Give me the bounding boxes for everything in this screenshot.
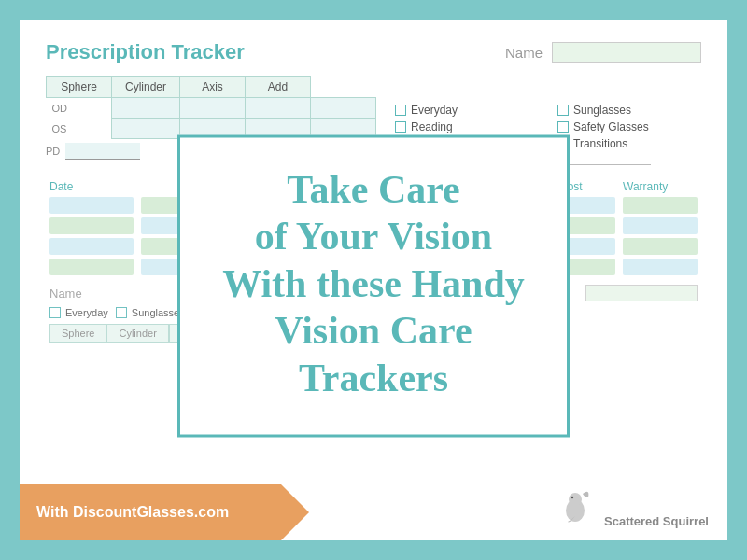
outer-frame: Prescription Tracker Name Sphere Cylinde… (0, 0, 747, 560)
bottom-lens-everyday[interactable]: Everyday (49, 307, 108, 318)
overlay-line3: With these Handy (222, 261, 525, 304)
warranty-cell-2[interactable] (623, 217, 698, 234)
name-label: Name (505, 45, 543, 61)
checkbox-safety-glasses[interactable] (557, 121, 569, 133)
date-cell-3[interactable] (49, 238, 134, 255)
extra-line (557, 161, 651, 165)
bottom-checkbox-everyday[interactable] (49, 307, 61, 318)
od-label: OD (47, 98, 112, 119)
warranty-cell-3[interactable] (623, 238, 698, 255)
overlay-line1: Take Care (287, 168, 460, 211)
bottom-name-input[interactable] (585, 285, 698, 301)
lens-safety-glasses[interactable]: Safety Glasses (557, 120, 701, 133)
od-cylinder[interactable] (180, 98, 246, 119)
overlay-card: Take Care of Your Vision With these Hand… (177, 135, 570, 438)
header-warranty: Warranty (623, 180, 698, 193)
lens-sunglasses-label: Sunglasses (573, 104, 631, 117)
lens-transitions[interactable]: Transitions (557, 137, 701, 150)
lens-safety-glasses-label: Safety Glasses (573, 120, 649, 133)
bottom-everyday-label: Everyday (65, 307, 108, 318)
prescription-table: Sphere Cylinder Axis Add OD (46, 76, 376, 139)
checkbox-everyday[interactable] (395, 105, 406, 116)
tracker-title: Prescription Tracker (46, 40, 245, 64)
warranty-cell-1[interactable] (623, 197, 698, 214)
col-cylinder: Cylinder (112, 77, 180, 98)
col-add: Add (246, 77, 311, 98)
lens-everyday[interactable]: Everyday (395, 104, 539, 117)
svg-point-2 (571, 497, 573, 498)
date-cell-2[interactable] (49, 217, 134, 234)
od-sphere[interactable] (112, 98, 180, 119)
od-add[interactable] (311, 98, 376, 119)
table-row: OD (47, 98, 376, 119)
lens-reading[interactable]: Reading (395, 120, 539, 133)
col-sphere: Sphere (47, 77, 112, 98)
svg-point-1 (569, 493, 582, 506)
lens-sunglasses[interactable]: Sunglasses (557, 104, 701, 117)
date-cell-4[interactable] (49, 259, 134, 275)
squirrel-logo: Scattered Squirrel (555, 484, 709, 533)
banner-text: With DiscountGlasses.com (36, 504, 229, 521)
pd-label: PD (46, 146, 60, 157)
date-cell-1[interactable] (49, 197, 134, 214)
lens-reading-label: Reading (411, 120, 453, 133)
os-sphere[interactable] (112, 119, 180, 139)
overlay-text: Take Care of Your Vision With these Hand… (218, 166, 529, 401)
lens-transitions-label: Transitions (573, 137, 627, 150)
header-date: Date (49, 180, 134, 193)
col-axis: Axis (180, 77, 246, 98)
checkbox-reading[interactable] (395, 121, 406, 133)
od-axis[interactable] (246, 98, 311, 119)
bottom-lens-sunglasses[interactable]: Sunglasses (116, 307, 185, 318)
overlay-line2: of Your Vision (255, 215, 492, 258)
inner-frame: Prescription Tracker Name Sphere Cylinde… (17, 17, 730, 543)
os-label: OS (47, 119, 112, 139)
squirrel-icon (555, 498, 604, 532)
checkbox-sunglasses[interactable] (557, 105, 569, 116)
bottom-checkbox-sunglasses[interactable] (116, 307, 127, 318)
lens-everyday-label: Everyday (411, 104, 458, 117)
name-input-line[interactable] (552, 42, 701, 63)
overlay-line4: Vision Care Trackers (275, 309, 472, 399)
name-row: Prescription Tracker Name (46, 40, 701, 64)
squirrel-brand: Scattered Squirrel (604, 514, 709, 528)
bottom-banner: With DiscountGlasses.com (20, 484, 281, 540)
pd-input[interactable] (65, 143, 140, 160)
warranty-cell-4[interactable] (623, 259, 698, 275)
bottom-name-label: Name (49, 287, 82, 301)
